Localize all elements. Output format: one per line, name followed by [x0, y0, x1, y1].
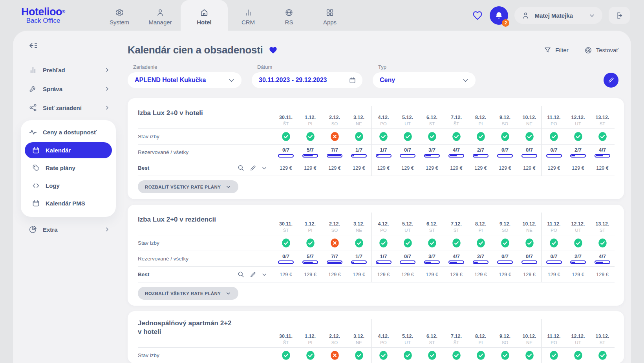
reserved-cell: 7/7 — [322, 145, 347, 160]
filter-button[interactable]: Filter — [544, 46, 568, 54]
room-status-open[interactable] — [468, 129, 493, 144]
room-status-open[interactable] — [274, 348, 298, 363]
date-range-input[interactable]: 30.11.2023 - 29.12.2023 — [252, 72, 362, 88]
room-status-closed[interactable] — [322, 235, 347, 251]
status-error-icon — [331, 238, 339, 248]
search-button[interactable] — [237, 271, 245, 278]
weekday-label: ŠT — [454, 340, 459, 345]
sidebar-item-kalendar[interactable]: Kalendár — [25, 142, 112, 158]
room-status-open[interactable] — [566, 348, 590, 363]
room-status-open[interactable] — [420, 348, 444, 363]
room-status-open[interactable] — [347, 129, 371, 144]
expand-rate-button[interactable] — [261, 271, 267, 278]
room-status-closed[interactable] — [322, 129, 347, 144]
room-status-closed[interactable] — [322, 348, 347, 363]
room-status-open[interactable] — [493, 235, 517, 251]
sidebar-item-extra[interactable]: Extra — [24, 220, 114, 239]
sidebar-item-rate-plany[interactable]: Rate plány — [24, 159, 113, 177]
status-error-icon — [331, 132, 339, 141]
sidebar-collapse-button[interactable] — [29, 41, 114, 50]
nav-tab-hotel[interactable]: Hotel — [181, 0, 228, 31]
room-status-open[interactable] — [542, 235, 566, 251]
room-status-open[interactable] — [493, 129, 517, 144]
sidebar-item-logy[interactable]: Logy — [24, 177, 113, 194]
weekday-label: NE — [356, 340, 362, 345]
room-status-open[interactable] — [590, 235, 615, 251]
expand-all-rate-plans-button[interactable]: ROZBALIŤ VŠETKY RATE PLÁNY — [138, 180, 238, 193]
room-status-open[interactable] — [468, 235, 493, 251]
weekday-label: ST — [429, 228, 435, 233]
edit-button[interactable] — [604, 73, 618, 88]
date-label: 13.12. — [596, 115, 609, 120]
room-status-open[interactable] — [420, 129, 444, 144]
occupancy-bar-fill — [328, 262, 341, 263]
chevron-down-icon — [589, 12, 595, 19]
room-status-open[interactable] — [347, 235, 371, 251]
expand-all-rate-plans-button[interactable]: ROZBALIŤ VŠETKY RATE PLÁNY — [138, 287, 238, 300]
edit-rate-button[interactable] — [249, 165, 256, 172]
room-status-open[interactable] — [566, 235, 590, 251]
sidebar-item-siet-zariadeni[interactable]: Sieť zariadení — [24, 98, 114, 117]
room-status-open[interactable] — [371, 348, 395, 363]
room-status-open[interactable] — [517, 348, 542, 363]
status-ok-icon — [477, 132, 485, 141]
room-status-open[interactable] — [347, 348, 371, 363]
price-value: 129 € — [572, 272, 584, 277]
nav-tab-rs[interactable]: RS — [269, 0, 309, 31]
room-status-open[interactable] — [298, 348, 322, 363]
occupancy-bar — [448, 154, 464, 158]
logout-button[interactable] — [609, 7, 630, 24]
search-button[interactable] — [237, 164, 245, 172]
room-status-open[interactable] — [517, 235, 542, 251]
room-status-open[interactable] — [371, 235, 395, 251]
sidebar-item-sprava[interactable]: Správa — [24, 79, 114, 98]
room-status-open[interactable] — [517, 129, 542, 144]
room-status-open[interactable] — [468, 348, 493, 363]
room-status-open[interactable] — [420, 235, 444, 251]
test-button[interactable]: Testovať — [584, 46, 618, 54]
favorite-page-heart-icon[interactable] — [268, 46, 278, 55]
notifications-button[interactable]: 2 — [490, 6, 508, 25]
room-status-open[interactable] — [566, 129, 590, 144]
reserved-cell: 4/7 — [444, 251, 468, 266]
user-menu[interactable]: Matej Matejka — [514, 7, 602, 24]
type-select[interactable]: Ceny — [373, 72, 476, 88]
room-status-open[interactable] — [590, 129, 615, 144]
nav-tab-system[interactable]: System — [99, 0, 140, 31]
status-ok-icon — [574, 351, 582, 360]
date-label: 8.12. — [475, 334, 486, 339]
room-status-open[interactable] — [274, 129, 298, 144]
edit-rate-button[interactable] — [249, 271, 256, 278]
device-select[interactable]: APLEND Hotel Kukučka — [128, 72, 242, 88]
room-status-open[interactable] — [542, 348, 566, 363]
status-row: Stav izby — [138, 235, 615, 251]
favorites-heart-icon[interactable] — [472, 10, 483, 21]
room-status-open[interactable] — [274, 235, 298, 251]
date-label: 30.11. — [279, 221, 293, 227]
nav-tab-crm[interactable]: CRM — [228, 0, 269, 31]
room-status-open[interactable] — [444, 348, 468, 363]
sidebar-item-prehlad[interactable]: Prehľad — [24, 60, 114, 79]
room-status-open[interactable] — [444, 235, 468, 251]
expand-rate-button[interactable] — [261, 165, 267, 171]
date-column-header: 6.12.ST — [420, 106, 444, 128]
room-status-open[interactable] — [395, 235, 420, 251]
room-status-open[interactable] — [590, 348, 615, 363]
nav-tab-apps[interactable]: Apps — [309, 0, 350, 31]
date-label: 10.12. — [523, 115, 536, 120]
nav-tab-manager[interactable]: Manager — [140, 0, 181, 31]
room-status-open[interactable] — [371, 129, 395, 144]
room-status-open[interactable] — [298, 129, 322, 144]
best-price-row: Best129 €129 €129 €129 €129 €129 €129 €1… — [138, 267, 615, 282]
sidebar-item-ceny-a-dostupnost[interactable]: Ceny a dostupnosť — [24, 123, 113, 141]
room-status-open[interactable] — [542, 129, 566, 144]
search-icon — [237, 271, 245, 278]
room-status-open[interactable] — [395, 348, 420, 363]
sidebar-item-label: Rate plány — [46, 165, 75, 171]
sidebar-item-kalendar-pms[interactable]: Kalendár PMS — [24, 194, 113, 212]
room-status-open[interactable] — [493, 348, 517, 363]
room-status-open[interactable] — [444, 129, 468, 144]
status-ok-icon — [550, 238, 558, 248]
room-status-open[interactable] — [395, 129, 420, 144]
room-status-open[interactable] — [298, 235, 322, 251]
